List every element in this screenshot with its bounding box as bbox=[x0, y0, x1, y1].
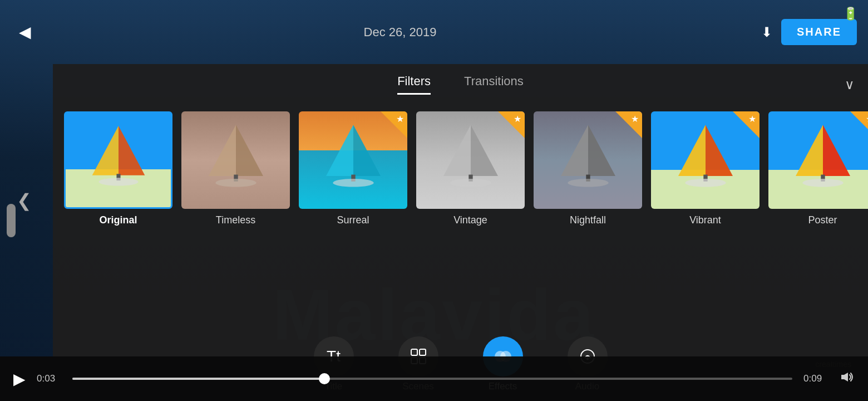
svg-marker-13 bbox=[471, 125, 498, 176]
filter-thumb-poster bbox=[768, 111, 868, 209]
premium-badge-poster bbox=[850, 111, 868, 138]
filter-label-timeless: Timeless bbox=[216, 214, 255, 226]
volume-button[interactable] bbox=[839, 369, 855, 388]
svg-marker-1 bbox=[119, 126, 145, 175]
download-icon[interactable]: ⬇ bbox=[761, 25, 772, 40]
svg-point-3 bbox=[98, 178, 138, 185]
filter-label-vintage: Vintage bbox=[453, 214, 487, 226]
filter-label-surreal: Surreal bbox=[337, 214, 369, 226]
filter-original[interactable]: Original bbox=[64, 111, 172, 226]
back-button[interactable]: ◀ bbox=[11, 18, 39, 46]
progress-fill bbox=[72, 378, 324, 380]
premium-badge-vintage bbox=[498, 111, 525, 138]
top-center: Dec 26, 2019 bbox=[364, 25, 437, 40]
share-button[interactable]: SHARE bbox=[781, 19, 857, 45]
svg-marker-12 bbox=[443, 125, 471, 176]
svg-marker-21 bbox=[706, 125, 733, 176]
battery-icon: 🔋 bbox=[843, 7, 858, 21]
filter-label-nightfall: Nightfall bbox=[570, 214, 606, 226]
svg-marker-17 bbox=[588, 125, 615, 176]
filter-thumb-surreal bbox=[299, 111, 407, 209]
filter-vintage[interactable]: Vintage bbox=[416, 111, 525, 226]
filter-thumb-nightfall bbox=[534, 111, 642, 209]
svg-point-27 bbox=[802, 178, 844, 187]
filter-thumb-vibrant bbox=[651, 111, 760, 209]
nav-back-arrow[interactable]: ❮ bbox=[17, 190, 32, 211]
filter-timeless[interactable]: Timeless bbox=[181, 111, 290, 226]
svg-marker-9 bbox=[353, 125, 381, 176]
svg-marker-20 bbox=[678, 125, 706, 176]
date-display: Dec 26, 2019 bbox=[364, 25, 437, 40]
premium-badge-vibrant bbox=[733, 111, 760, 138]
svg-rect-29 bbox=[420, 349, 426, 355]
progress-track[interactable] bbox=[72, 378, 792, 380]
filter-thumb-timeless bbox=[181, 111, 290, 209]
tab-bar: Filters Transitions ∨ bbox=[53, 64, 868, 105]
filter-list: Original Timeless bbox=[53, 105, 868, 233]
time-current: 0:03 bbox=[37, 373, 61, 384]
playback-bar: ▶ 0:03 0:09 bbox=[0, 356, 868, 401]
filter-surreal[interactable]: Surreal bbox=[299, 111, 407, 226]
svg-marker-25 bbox=[823, 125, 850, 176]
svg-marker-0 bbox=[92, 126, 118, 175]
top-right-actions: ⬇ SHARE bbox=[761, 19, 857, 45]
tab-filters[interactable]: Filters bbox=[397, 74, 431, 95]
filter-vibrant[interactable]: Vibrant bbox=[651, 111, 760, 226]
filter-nightfall[interactable]: Nightfall bbox=[534, 111, 642, 226]
filter-panel: Filters Transitions ∨ Original bbox=[53, 64, 868, 401]
svg-marker-5 bbox=[236, 125, 263, 176]
svg-point-15 bbox=[450, 178, 491, 187]
collapse-button[interactable]: ∨ bbox=[845, 77, 855, 92]
svg-marker-24 bbox=[796, 125, 823, 176]
svg-point-11 bbox=[333, 178, 374, 187]
svg-point-19 bbox=[568, 178, 609, 187]
premium-badge-nightfall bbox=[615, 111, 642, 138]
left-navigation: ❮ bbox=[17, 190, 32, 211]
scroll-handle[interactable] bbox=[7, 204, 16, 237]
svg-marker-16 bbox=[561, 125, 588, 176]
filter-label-original: Original bbox=[99, 214, 137, 226]
time-total: 0:09 bbox=[803, 373, 828, 384]
filter-label-vibrant: Vibrant bbox=[689, 214, 721, 226]
filter-thumb-original bbox=[64, 111, 172, 209]
svg-rect-28 bbox=[411, 349, 417, 355]
play-button[interactable]: ▶ bbox=[13, 370, 26, 388]
svg-marker-36 bbox=[841, 373, 848, 382]
svg-marker-8 bbox=[326, 125, 353, 176]
filter-label-poster: Poster bbox=[808, 214, 837, 226]
top-bar: ◀ Dec 26, 2019 ⬇ SHARE bbox=[0, 0, 868, 64]
tab-transitions[interactable]: Transitions bbox=[464, 74, 524, 95]
filter-thumb-vintage bbox=[416, 111, 525, 209]
svg-marker-4 bbox=[209, 125, 236, 176]
progress-thumb[interactable] bbox=[319, 373, 330, 384]
svg-point-7 bbox=[215, 178, 257, 187]
svg-point-23 bbox=[685, 178, 726, 187]
premium-badge-surreal bbox=[381, 111, 407, 138]
filter-poster[interactable]: Poster bbox=[768, 111, 868, 226]
